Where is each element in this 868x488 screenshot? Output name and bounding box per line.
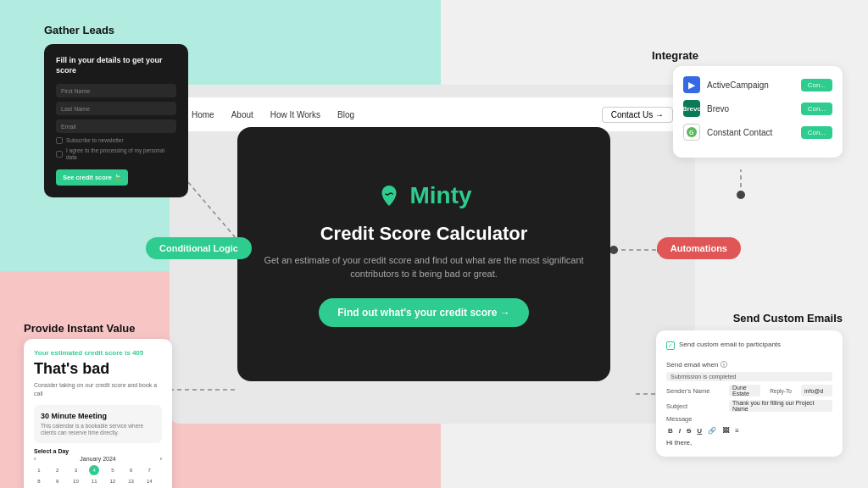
image-button[interactable]: 🖼 bbox=[721, 426, 731, 435]
prev-month-icon[interactable]: ‹ bbox=[34, 456, 36, 462]
thats-bad-desc: Consider taking on our credit score and … bbox=[34, 381, 162, 398]
subscribe-checkbox-row: Subscribe to newsletter bbox=[56, 137, 176, 144]
activecampaign-name: ActiveCampaign bbox=[707, 80, 794, 90]
navbar: Home About How It Works Blog Contact Us … bbox=[178, 97, 687, 131]
cal-day-13[interactable]: 13 bbox=[126, 476, 136, 486]
form-field-lastname-label: Last Name bbox=[61, 106, 90, 112]
cal-day-4[interactable]: 4 bbox=[89, 465, 99, 475]
form-field-firstname[interactable]: First Name bbox=[56, 84, 176, 97]
thats-bad-title: That's bad bbox=[34, 360, 162, 378]
cal-day-7[interactable]: 7 bbox=[144, 465, 154, 475]
cal-day-9[interactable]: 9 bbox=[53, 476, 63, 486]
constantcontact-connect-btn[interactable]: Con... bbox=[801, 126, 832, 139]
nav-about[interactable]: About bbox=[231, 110, 253, 119]
cal-day-5[interactable]: 5 bbox=[108, 465, 118, 475]
current-month: January 2024 bbox=[80, 456, 115, 462]
sender-name-value: Dune Estate bbox=[732, 385, 757, 396]
activecampaign-logo: ▶ bbox=[683, 76, 700, 93]
main-card-description: Get an estimate of your credit score and… bbox=[263, 253, 585, 281]
link-button[interactable]: 🔗 bbox=[706, 426, 718, 435]
italic-button[interactable]: I bbox=[677, 426, 682, 435]
nav-how-it-works[interactable]: How It Works bbox=[270, 110, 320, 119]
send-when-label: Send email when ⓘ bbox=[666, 361, 727, 369]
activecampaign-connect-btn[interactable]: Con... bbox=[801, 79, 832, 92]
email-toolbar: B I S U 🔗 🖼 ≡ bbox=[666, 426, 832, 435]
form-title: Fill in your details to get your score bbox=[56, 56, 176, 75]
main-card: Minty Credit Score Calculator Get an est… bbox=[237, 127, 610, 381]
reply-to-value: info@d bbox=[804, 388, 823, 394]
cal-day-2[interactable]: 2 bbox=[53, 465, 63, 475]
logo-container: Minty bbox=[376, 182, 471, 209]
month-selector: ‹ January 2024 › bbox=[34, 456, 162, 462]
minty-logo-icon bbox=[376, 182, 403, 209]
sender-name-row: Sender's Name Dune Estate Reply-To info@… bbox=[666, 385, 832, 396]
next-month-icon[interactable]: › bbox=[160, 456, 162, 462]
reply-to-input[interactable]: info@d bbox=[801, 385, 832, 396]
brevo-connect-btn[interactable]: Con... bbox=[801, 103, 832, 115]
select-day-label: Select a Day bbox=[34, 448, 162, 454]
logo-text: Minty bbox=[409, 182, 471, 209]
nav-home[interactable]: Home bbox=[192, 110, 214, 119]
main-card-title: Credit Score Calculator bbox=[320, 223, 528, 245]
sender-name-label: Sender's Name bbox=[666, 387, 726, 395]
subject-value: Thank you for filling our Project Name bbox=[732, 400, 829, 412]
form-field-email-label: Email bbox=[61, 124, 76, 130]
brevo-name: Brevo bbox=[707, 104, 794, 114]
send-emails-label: Send Custom Emails bbox=[733, 312, 843, 324]
constantcontact-logo: G bbox=[683, 124, 700, 141]
integrate-card: ▶ ActiveCampaign Con... Brevo Brevo Con.… bbox=[673, 66, 843, 158]
agree-checkbox[interactable] bbox=[56, 151, 63, 158]
agree-checkbox-row: I agree to the processing of my personal… bbox=[56, 147, 176, 161]
cal-day-11[interactable]: 11 bbox=[89, 476, 99, 486]
svg-text:G: G bbox=[689, 130, 694, 136]
email-body-text[interactable]: Hi there, bbox=[666, 439, 832, 446]
integrate-row-activecampaign: ▶ ActiveCampaign Con... bbox=[683, 76, 832, 93]
cal-day-1[interactable]: 1 bbox=[34, 465, 44, 475]
submit-button[interactable]: See credit score 🍃 bbox=[56, 169, 128, 186]
agree-label: I agree to the processing of my personal… bbox=[66, 147, 176, 161]
cal-day-6[interactable]: 6 bbox=[126, 465, 136, 475]
bold-button[interactable]: B bbox=[666, 426, 675, 435]
conditional-logic-pill[interactable]: Conditional Logic bbox=[146, 237, 252, 259]
strikethrough-button[interactable]: S bbox=[685, 426, 693, 435]
constantcontact-name: Constant Contact bbox=[707, 128, 794, 137]
cal-day-12[interactable]: 12 bbox=[108, 476, 118, 486]
provide-value-card: Your estimated credit score is 405 That'… bbox=[24, 339, 172, 488]
form-field-email[interactable]: Email bbox=[56, 119, 176, 133]
send-emails-card: Send custom email to participants Send e… bbox=[656, 330, 843, 457]
message-label: Message bbox=[666, 415, 832, 423]
cal-day-10[interactable]: 10 bbox=[70, 476, 81, 486]
subject-label: Subject bbox=[666, 402, 726, 410]
cal-day-14[interactable]: 14 bbox=[144, 476, 154, 486]
meeting-title: 30 Minute Meeting bbox=[41, 412, 155, 420]
send-email-checkbox-label: Send custom email to participants bbox=[679, 341, 781, 348]
integrate-row-constantcontact: G Constant Contact Con... bbox=[683, 124, 832, 141]
cal-day-3[interactable]: 3 bbox=[70, 465, 81, 475]
gather-leads-label: Gather Leads bbox=[44, 24, 114, 36]
integrate-label: Integrate bbox=[652, 49, 698, 62]
align-button[interactable]: ≡ bbox=[733, 426, 741, 435]
form-field-lastname[interactable]: Last Name bbox=[56, 102, 176, 115]
send-email-checkbox-row: Send custom email to participants bbox=[666, 341, 832, 350]
credit-score-text: Your estimated credit score is 405 bbox=[34, 349, 162, 357]
trigger-value[interactable]: Submission is completed bbox=[666, 372, 832, 381]
sender-name-input[interactable]: Dune Estate bbox=[729, 385, 760, 396]
calendar-days: 1 2 3 4 5 6 7 8 9 10 11 12 13 14 bbox=[34, 465, 162, 486]
subscribe-label: Subscribe to newsletter bbox=[66, 137, 124, 144]
subject-row: Subject Thank you for filling our Projec… bbox=[666, 400, 832, 412]
cal-day-8[interactable]: 8 bbox=[34, 476, 44, 486]
subject-input[interactable]: Thank you for filling our Project Name bbox=[729, 400, 832, 412]
integrate-row-brevo: Brevo Brevo Con... bbox=[683, 100, 832, 117]
form-field-firstname-label: First Name bbox=[61, 88, 90, 94]
send-when-row: Send email when ⓘ Submission is complete… bbox=[666, 355, 832, 381]
send-email-checkbox[interactable] bbox=[666, 341, 675, 350]
nav-blog[interactable]: Blog bbox=[337, 110, 354, 119]
contact-us-button[interactable]: Contact Us → bbox=[602, 107, 673, 123]
gather-leads-card: Fill in your details to get your score F… bbox=[44, 44, 188, 197]
underline-button[interactable]: U bbox=[695, 426, 704, 435]
cta-button[interactable]: Find out what's your credit score → bbox=[319, 298, 529, 327]
meeting-desc: This calendar is a bookable service wher… bbox=[41, 423, 155, 437]
meeting-card: 30 Minute Meeting This calendar is a boo… bbox=[34, 405, 162, 444]
automations-pill[interactable]: Automations bbox=[657, 237, 741, 259]
subscribe-checkbox[interactable] bbox=[56, 137, 63, 144]
